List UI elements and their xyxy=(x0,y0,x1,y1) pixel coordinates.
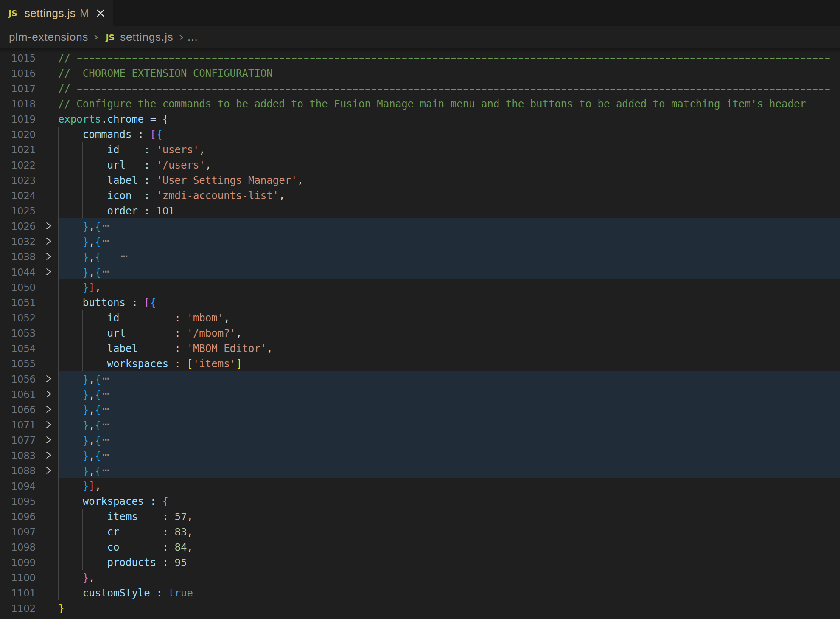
code-line-content[interactable]: }], xyxy=(58,478,840,493)
code-line[interactable]: 1088 },{⋯ xyxy=(0,463,840,478)
fold-toggle[interactable] xyxy=(45,222,52,230)
code-line-content[interactable]: // -------------------------------------… xyxy=(58,50,840,65)
code-line[interactable]: 1061 },{⋯ xyxy=(0,386,840,402)
line-number[interactable]: 1032 xyxy=(0,234,36,249)
code-line[interactable]: 1100 }, xyxy=(0,570,840,585)
code-line-content[interactable]: // Configure the commands to be added to… xyxy=(58,96,840,111)
gutter[interactable]: 1026 xyxy=(0,218,58,234)
code-line[interactable]: 1020 commands : [{ xyxy=(0,127,840,142)
fold-toggle[interactable] xyxy=(45,267,52,276)
gutter[interactable]: 1095 xyxy=(0,493,58,509)
line-number[interactable]: 1061 xyxy=(0,387,36,402)
folded-code-ellipsis[interactable]: ⋯ xyxy=(121,249,128,262)
code-line[interactable]: 1055 workspaces : ['items'] xyxy=(0,356,840,371)
code-line-content[interactable]: co : 84, xyxy=(58,539,840,554)
code-line[interactable]: 1066 },{⋯ xyxy=(0,402,840,417)
line-number[interactable]: 1096 xyxy=(0,509,36,524)
fold-toggle[interactable] xyxy=(45,252,52,261)
code-line[interactable]: 1102} xyxy=(0,600,840,616)
line-number[interactable]: 1021 xyxy=(0,142,36,158)
code-line[interactable]: 1019exports.chrome = { xyxy=(0,111,840,127)
code-line-content[interactable]: items : 57, xyxy=(58,509,840,524)
line-number[interactable]: 1100 xyxy=(0,570,36,585)
code-line-content[interactable]: cr : 83, xyxy=(58,524,840,539)
gutter[interactable]: 1015 xyxy=(0,50,58,65)
fold-toggle[interactable] xyxy=(45,405,52,414)
code-line[interactable]: 1083 },{⋯ xyxy=(0,447,840,463)
line-number[interactable]: 1098 xyxy=(0,540,36,555)
code-line-content[interactable]: },{⋯ xyxy=(58,447,840,463)
line-number[interactable]: 1101 xyxy=(0,585,36,601)
gutter[interactable]: 1071 xyxy=(0,417,58,432)
code-line-content[interactable]: id : 'users', xyxy=(58,142,840,157)
code-line-content[interactable]: order : 101 xyxy=(58,203,840,218)
code-line[interactable]: 1096 items : 57, xyxy=(0,509,840,524)
folded-code-ellipsis[interactable]: ⋯ xyxy=(102,448,109,461)
code-line-content[interactable]: icon : 'zmdi-accounts-list', xyxy=(58,188,840,203)
code-line-content[interactable]: customStyle : true xyxy=(58,585,840,600)
folded-code-ellipsis[interactable]: ⋯ xyxy=(102,264,109,278)
fold-toggle[interactable] xyxy=(45,436,52,444)
gutter[interactable]: 1101 xyxy=(0,585,58,600)
code-line-content[interactable]: workspaces : { xyxy=(58,493,840,509)
fold-toggle[interactable] xyxy=(45,466,52,475)
gutter[interactable]: 1050 xyxy=(0,279,58,295)
gutter[interactable]: 1044 xyxy=(0,264,58,279)
gutter[interactable]: 1053 xyxy=(0,325,58,340)
gutter[interactable]: 1094 xyxy=(0,478,58,493)
line-number[interactable]: 1016 xyxy=(0,66,36,81)
code-line[interactable]: 1071 },{⋯ xyxy=(0,417,840,432)
code-line-content[interactable]: commands : [{ xyxy=(58,127,840,142)
code-line[interactable]: 1054 label : 'MBOM Editor', xyxy=(0,340,840,356)
line-number[interactable]: 1053 xyxy=(0,326,36,341)
code-line-content[interactable]: },{⋯ xyxy=(58,402,840,417)
code-line-content[interactable]: id : 'mbom', xyxy=(58,310,840,325)
gutter[interactable]: 1025 xyxy=(0,203,58,218)
code-line[interactable]: 1097 cr : 83, xyxy=(0,524,840,539)
gutter[interactable]: 1021 xyxy=(0,142,58,157)
folded-code-ellipsis[interactable]: ⋯ xyxy=(102,371,109,385)
code-line[interactable]: 1017// ---------------------------------… xyxy=(0,81,840,96)
code-line-content[interactable]: exports.chrome = { xyxy=(58,111,840,127)
line-number[interactable]: 1095 xyxy=(0,494,36,509)
folded-code-ellipsis[interactable]: ⋯ xyxy=(102,463,109,476)
code-line[interactable]: 1056 },{⋯ xyxy=(0,371,840,386)
gutter[interactable]: 1077 xyxy=(0,432,58,447)
code-editor[interactable]: 1015// ---------------------------------… xyxy=(0,50,840,616)
line-number[interactable]: 1023 xyxy=(0,173,36,188)
gutter[interactable]: 1055 xyxy=(0,356,58,371)
fold-toggle[interactable] xyxy=(45,237,52,245)
gutter[interactable]: 1017 xyxy=(0,81,58,96)
code-line[interactable]: 1095 workspaces : { xyxy=(0,493,840,509)
code-line[interactable]: 1023 label : 'User Settings Manager', xyxy=(0,172,840,188)
line-number[interactable]: 1025 xyxy=(0,203,36,219)
code-line-content[interactable]: label : 'User Settings Manager', xyxy=(58,172,840,188)
line-number[interactable]: 1017 xyxy=(0,81,36,96)
line-number[interactable]: 1055 xyxy=(0,356,36,371)
gutter[interactable]: 1018 xyxy=(0,96,58,111)
line-number[interactable]: 1052 xyxy=(0,310,36,326)
code-line[interactable]: 1050 }], xyxy=(0,279,840,295)
line-number[interactable]: 1044 xyxy=(0,264,36,280)
code-line-content[interactable]: },{⋯ xyxy=(58,386,840,402)
gutter[interactable]: 1054 xyxy=(0,340,58,356)
line-number[interactable]: 1066 xyxy=(0,402,36,417)
line-number[interactable]: 1026 xyxy=(0,219,36,234)
line-number[interactable]: 1097 xyxy=(0,524,36,540)
line-number[interactable]: 1099 xyxy=(0,555,36,570)
line-number[interactable]: 1056 xyxy=(0,371,36,387)
gutter[interactable]: 1052 xyxy=(0,310,58,325)
code-line[interactable]: 1094 }], xyxy=(0,478,840,493)
gutter[interactable]: 1022 xyxy=(0,157,58,172)
code-line[interactable]: 1024 icon : 'zmdi-accounts-list', xyxy=(0,188,840,203)
gutter[interactable]: 1066 xyxy=(0,402,58,417)
folded-code-ellipsis[interactable]: ⋯ xyxy=(102,387,109,400)
line-number[interactable]: 1038 xyxy=(0,249,36,264)
line-number[interactable]: 1050 xyxy=(0,280,36,295)
gutter[interactable]: 1056 xyxy=(0,371,58,386)
gutter[interactable]: 1061 xyxy=(0,386,58,402)
fold-toggle[interactable] xyxy=(45,451,52,459)
code-line[interactable]: 1077 },{⋯ xyxy=(0,432,840,447)
line-number[interactable]: 1083 xyxy=(0,448,36,463)
code-line-content[interactable]: },{ ⋯ xyxy=(58,249,840,264)
